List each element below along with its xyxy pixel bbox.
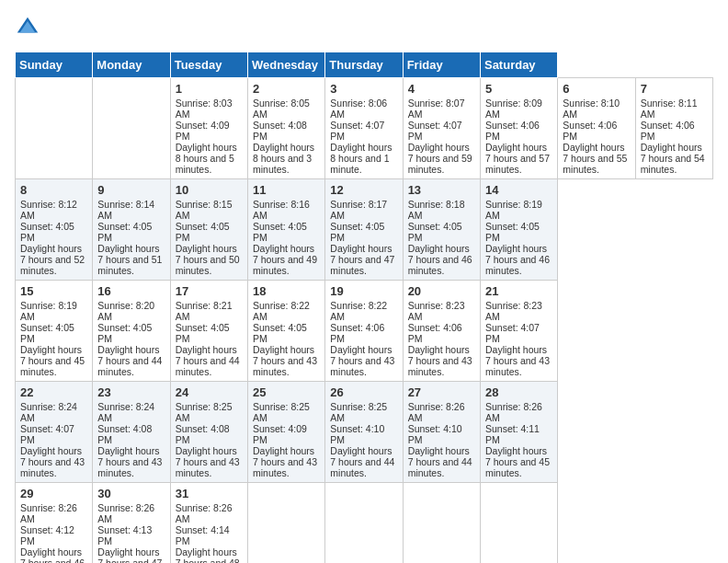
calendar-cell: 29Sunrise: 8:26 AMSunset: 4:12 PMDayligh… [16, 483, 93, 564]
calendar-cell: 27Sunrise: 8:26 AMSunset: 4:10 PMDayligh… [403, 382, 480, 483]
sunrise-text: Sunrise: 8:22 AM [253, 300, 310, 322]
sunrise-text: Sunrise: 8:23 AM [408, 300, 465, 322]
sunset-text: Sunset: 4:05 PM [97, 221, 152, 243]
day-number: 11 [253, 183, 320, 197]
calendar-cell [403, 483, 480, 564]
calendar-cell: 16Sunrise: 8:20 AMSunset: 4:05 PMDayligh… [93, 281, 170, 382]
col-header-thursday: Thursday [325, 52, 403, 78]
day-number: 25 [253, 385, 320, 399]
day-number: 20 [408, 284, 475, 298]
sunrise-text: Sunrise: 8:25 AM [330, 401, 387, 423]
calendar-cell: 25Sunrise: 8:25 AMSunset: 4:09 PMDayligh… [247, 382, 324, 483]
calendar-cell: 30Sunrise: 8:26 AMSunset: 4:13 PMDayligh… [93, 483, 170, 564]
col-header-saturday: Saturday [480, 52, 557, 78]
calendar-cell: 24Sunrise: 8:25 AMSunset: 4:08 PMDayligh… [170, 382, 247, 483]
daylight-text: Daylight hours 7 hours and 46 minutes. [408, 243, 472, 276]
calendar-cell: 20Sunrise: 8:23 AMSunset: 4:06 PMDayligh… [403, 281, 480, 382]
sunset-text: Sunset: 4:06 PM [485, 120, 540, 142]
sunset-text: Sunset: 4:09 PM [253, 423, 307, 445]
daylight-text: Daylight hours 7 hours and 43 minutes. [253, 445, 317, 478]
sunrise-text: Sunrise: 8:14 AM [97, 199, 154, 221]
sunset-text: Sunset: 4:05 PM [253, 322, 307, 344]
sunrise-text: Sunrise: 8:11 AM [641, 98, 698, 120]
sunrise-text: Sunrise: 8:12 AM [20, 199, 77, 221]
day-number: 17 [176, 284, 243, 298]
sunrise-text: Sunrise: 8:26 AM [408, 401, 465, 423]
sunset-text: Sunset: 4:06 PM [641, 120, 695, 142]
calendar-cell: 23Sunrise: 8:24 AMSunset: 4:08 PMDayligh… [93, 382, 170, 483]
calendar-cell: 15Sunrise: 8:19 AMSunset: 4:05 PMDayligh… [16, 281, 93, 382]
daylight-text: Daylight hours 7 hours and 43 minutes. [253, 344, 317, 377]
calendar-cell: 21Sunrise: 8:23 AMSunset: 4:07 PMDayligh… [480, 281, 557, 382]
sunrise-text: Sunrise: 8:26 AM [97, 502, 154, 524]
calendar-cell: 9Sunrise: 8:14 AMSunset: 4:05 PMDaylight… [93, 179, 170, 281]
calendar-cell: 5Sunrise: 8:09 AMSunset: 4:06 PMDaylight… [480, 78, 557, 179]
sunrise-text: Sunrise: 8:20 AM [97, 300, 154, 322]
calendar-cell: 4Sunrise: 8:07 AMSunset: 4:07 PMDaylight… [403, 78, 480, 179]
daylight-text: Daylight hours 7 hours and 47 minutes. [97, 546, 162, 563]
sunrise-text: Sunrise: 8:23 AM [485, 300, 542, 322]
sunrise-text: Sunrise: 8:19 AM [20, 300, 77, 322]
sunset-text: Sunset: 4:07 PM [408, 120, 462, 142]
sunset-text: Sunset: 4:05 PM [20, 322, 74, 344]
calendar-cell: 6Sunrise: 8:10 AMSunset: 4:06 PMDaylight… [558, 78, 635, 179]
daylight-text: Daylight hours 7 hours and 43 minutes. [330, 344, 394, 377]
sunset-text: Sunset: 4:05 PM [330, 221, 384, 243]
calendar-week-row: 8Sunrise: 8:12 AMSunset: 4:05 PMDaylight… [16, 179, 713, 281]
calendar-cell: 18Sunrise: 8:22 AMSunset: 4:05 PMDayligh… [247, 281, 324, 382]
sunrise-text: Sunrise: 8:25 AM [176, 401, 233, 423]
sunrise-text: Sunrise: 8:18 AM [408, 199, 465, 221]
day-number: 14 [485, 183, 552, 197]
day-number: 16 [97, 284, 165, 298]
calendar-cell [247, 483, 324, 564]
calendar-cell: 31Sunrise: 8:26 AMSunset: 4:14 PMDayligh… [170, 483, 247, 564]
sunset-text: Sunset: 4:07 PM [485, 322, 540, 344]
sunrise-text: Sunrise: 8:07 AM [408, 98, 465, 120]
sunset-text: Sunset: 4:08 PM [97, 423, 152, 445]
day-number: 30 [97, 487, 165, 500]
daylight-text: Daylight hours 7 hours and 45 minutes. [485, 445, 550, 478]
daylight-text: Daylight hours 7 hours and 57 minutes. [485, 142, 550, 175]
day-number: 18 [253, 284, 320, 298]
daylight-text: Daylight hours 7 hours and 47 minutes. [330, 243, 394, 276]
logo-icon [15, 15, 40, 40]
page-header [15, 15, 713, 40]
day-number: 6 [563, 82, 630, 96]
day-number: 9 [97, 183, 165, 197]
daylight-text: Daylight hours 7 hours and 52 minutes. [20, 243, 85, 276]
day-number: 15 [20, 284, 87, 298]
day-number: 4 [408, 82, 475, 96]
daylight-text: Daylight hours 8 hours and 3 minutes. [253, 142, 314, 175]
day-number: 24 [176, 385, 243, 399]
sunrise-text: Sunrise: 8:26 AM [176, 502, 233, 524]
daylight-text: Daylight hours 7 hours and 43 minutes. [408, 344, 472, 377]
calendar-cell: 10Sunrise: 8:15 AMSunset: 4:05 PMDayligh… [170, 179, 247, 281]
day-number: 2 [253, 82, 320, 96]
sunrise-text: Sunrise: 8:05 AM [253, 98, 310, 120]
sunset-text: Sunset: 4:11 PM [485, 423, 540, 445]
day-number: 13 [408, 183, 475, 197]
sunset-text: Sunset: 4:07 PM [20, 423, 74, 445]
calendar-cell: 14Sunrise: 8:19 AMSunset: 4:05 PMDayligh… [480, 179, 557, 281]
sunset-text: Sunset: 4:08 PM [176, 423, 230, 445]
col-header-monday: Monday [93, 52, 170, 78]
sunset-text: Sunset: 4:05 PM [20, 221, 74, 243]
daylight-text: Daylight hours 7 hours and 44 minutes. [176, 344, 240, 377]
calendar-cell: 13Sunrise: 8:18 AMSunset: 4:05 PMDayligh… [403, 179, 480, 281]
calendar-cell [93, 78, 170, 179]
sunset-text: Sunset: 4:06 PM [563, 120, 617, 142]
sunset-text: Sunset: 4:05 PM [253, 221, 307, 243]
day-number: 28 [485, 385, 552, 399]
day-number: 8 [20, 183, 87, 197]
sunset-text: Sunset: 4:13 PM [97, 524, 152, 546]
daylight-text: Daylight hours 7 hours and 45 minutes. [20, 344, 85, 377]
day-number: 7 [641, 82, 708, 96]
col-header-sunday: Sunday [16, 52, 93, 78]
daylight-text: Daylight hours 7 hours and 46 minutes. [485, 243, 550, 276]
sunset-text: Sunset: 4:09 PM [176, 120, 230, 142]
day-number: 12 [330, 183, 397, 197]
daylight-text: Daylight hours 7 hours and 55 minutes. [563, 142, 627, 175]
daylight-text: Daylight hours 8 hours and 1 minute. [330, 142, 392, 175]
calendar-cell: 12Sunrise: 8:17 AMSunset: 4:05 PMDayligh… [325, 179, 403, 281]
day-number: 31 [176, 487, 243, 500]
